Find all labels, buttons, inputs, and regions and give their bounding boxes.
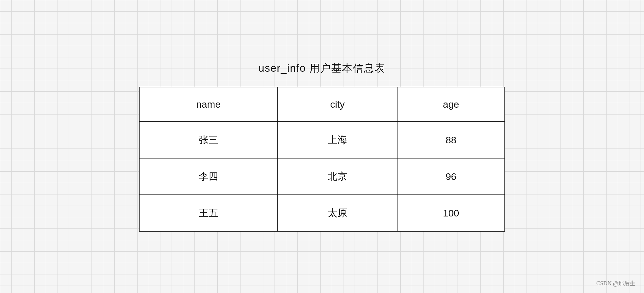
table-row: 张三上海88 <box>139 122 505 158</box>
page-title: user_info 用户基本信息表 <box>259 61 385 75</box>
page-container: user_info 用户基本信息表 name city age 张三上海88李四… <box>0 0 644 293</box>
table-row: 李四北京96 <box>139 158 505 195</box>
table-wrapper: name city age 张三上海88李四北京96王五太原100 <box>139 87 505 232</box>
cell-age-2: 100 <box>397 195 505 231</box>
table-header-row: name city age <box>139 87 505 122</box>
cell-city-2: 太原 <box>278 195 397 231</box>
cell-name-2: 王五 <box>139 195 278 231</box>
cell-name-0: 张三 <box>139 122 278 158</box>
cell-name-1: 李四 <box>139 158 278 195</box>
user-info-table: name city age 张三上海88李四北京96王五太原100 <box>139 87 505 232</box>
cell-age-0: 88 <box>397 122 505 158</box>
col-header-city: city <box>278 87 397 122</box>
col-header-name: name <box>139 87 278 122</box>
table-row: 王五太原100 <box>139 195 505 231</box>
cell-age-1: 96 <box>397 158 505 195</box>
col-header-age: age <box>397 87 505 122</box>
cell-city-1: 北京 <box>278 158 397 195</box>
watermark: CSDN @那后生 <box>596 280 635 287</box>
cell-city-0: 上海 <box>278 122 397 158</box>
